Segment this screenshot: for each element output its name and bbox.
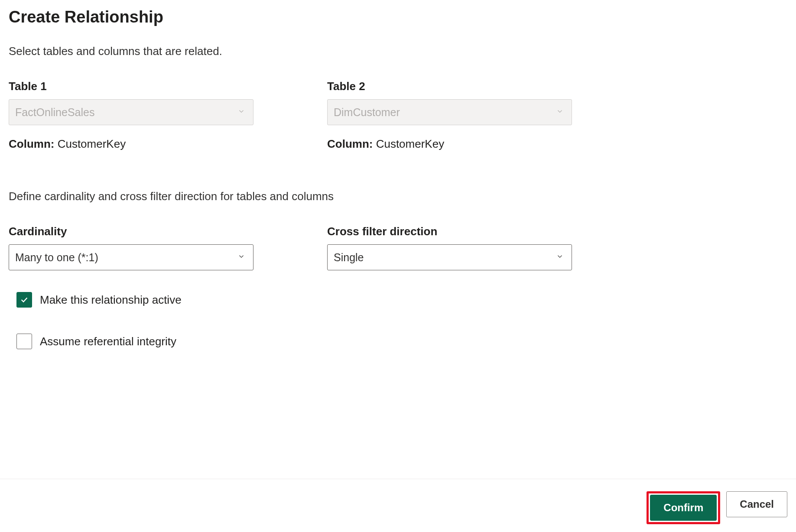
table2-column-line: Column: CustomerKey bbox=[327, 137, 572, 151]
cross-filter-block: Cross filter direction Single bbox=[327, 225, 572, 270]
table1-heading: Table 1 bbox=[9, 80, 253, 93]
cross-filter-select-value: Single bbox=[334, 251, 364, 264]
cardinality-heading: Cardinality bbox=[9, 225, 253, 238]
cardinality-select[interactable]: Many to one (*:1) bbox=[9, 244, 253, 270]
chevron-down-icon bbox=[556, 107, 564, 117]
integrity-checkbox[interactable] bbox=[16, 334, 32, 349]
table2-select-value: DimCustomer bbox=[334, 106, 400, 119]
cancel-button[interactable]: Cancel bbox=[726, 491, 787, 517]
table2-select[interactable]: DimCustomer bbox=[327, 99, 572, 125]
cardinality-select-value: Many to one (*:1) bbox=[15, 251, 98, 264]
dialog-subtitle: Select tables and columns that are relat… bbox=[9, 45, 787, 58]
cross-filter-heading: Cross filter direction bbox=[327, 225, 572, 238]
table1-column-value: CustomerKey bbox=[58, 137, 126, 150]
table1-select[interactable]: FactOnlineSales bbox=[9, 99, 253, 125]
cardinality-subtitle: Define cardinality and cross filter dire… bbox=[9, 190, 787, 203]
active-checkbox[interactable] bbox=[16, 292, 32, 308]
table1-block: Table 1 FactOnlineSales Column: Customer… bbox=[9, 80, 253, 151]
table1-column-line: Column: CustomerKey bbox=[9, 137, 253, 151]
confirm-highlight: Confirm bbox=[647, 491, 720, 524]
chevron-down-icon bbox=[556, 253, 564, 262]
table1-column-label: Column: bbox=[9, 137, 54, 150]
table2-block: Table 2 DimCustomer Column: CustomerKey bbox=[327, 80, 572, 151]
dialog-title: Create Relationship bbox=[9, 8, 787, 26]
chevron-down-icon bbox=[237, 107, 245, 117]
integrity-checkbox-label: Assume referential integrity bbox=[40, 335, 176, 348]
active-checkbox-row: Make this relationship active bbox=[16, 292, 787, 308]
dialog-footer: Confirm Cancel bbox=[0, 479, 796, 532]
table2-column-label: Column: bbox=[327, 137, 373, 150]
cardinality-block: Cardinality Many to one (*:1) bbox=[9, 225, 253, 270]
cross-filter-select[interactable]: Single bbox=[327, 244, 572, 270]
tables-row: Table 1 FactOnlineSales Column: Customer… bbox=[9, 80, 787, 151]
table2-heading: Table 2 bbox=[327, 80, 572, 93]
chevron-down-icon bbox=[237, 253, 245, 262]
integrity-checkbox-row: Assume referential integrity bbox=[16, 334, 787, 349]
table1-select-value: FactOnlineSales bbox=[15, 106, 94, 119]
confirm-button[interactable]: Confirm bbox=[650, 495, 717, 521]
table2-column-value: CustomerKey bbox=[376, 137, 445, 150]
options-row: Cardinality Many to one (*:1) Cross filt… bbox=[9, 225, 787, 270]
active-checkbox-label: Make this relationship active bbox=[40, 293, 182, 307]
